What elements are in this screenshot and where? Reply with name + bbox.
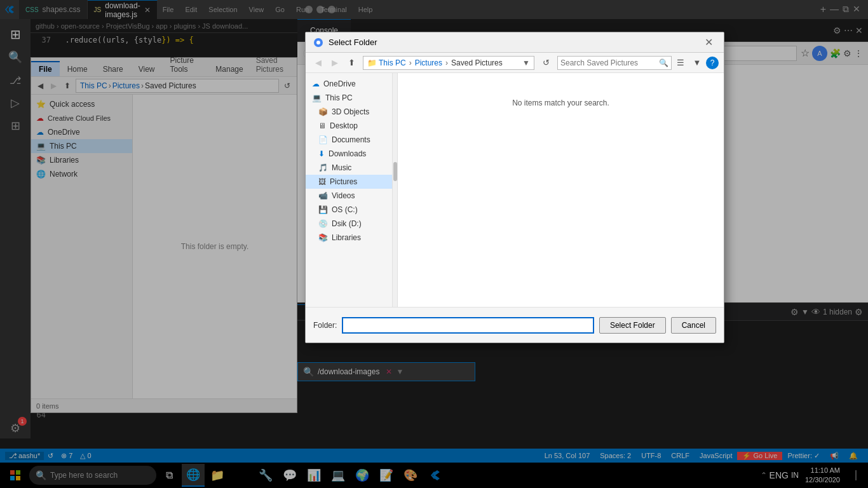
select-folder-dialog: Select Folder ✕ ◀ ▶ ⬆ 📁 This PC › Pictur…	[305, 32, 724, 343]
dialog-search-box: 🔍	[557, 56, 672, 70]
dialog-addr-sep1: ›	[409, 58, 412, 67]
dialog-address-bar[interactable]: 📁 This PC › Pictures › Saved Pictures ▼	[363, 56, 534, 70]
dialog-title-icon	[313, 37, 325, 48]
dialog-nav-pictures[interactable]: 🖼 Pictures	[306, 175, 397, 189]
dialog-refresh-btn[interactable]: ↺	[538, 55, 553, 71]
dialog-up-btn[interactable]: ⬆	[344, 55, 359, 71]
dialog-pc-icon: 💻	[312, 93, 322, 102]
dsik-d-icon: 💿	[318, 219, 328, 228]
dialog-addr-saved: Saved Pictures	[451, 58, 503, 67]
dialog-nav-onedrive[interactable]: ☁ OneDrive	[306, 77, 397, 91]
dialog-nav-downloads[interactable]: ⬇ Downloads	[306, 147, 397, 161]
folder-input[interactable]	[342, 317, 594, 334]
dialog-nav-os-c[interactable]: 💾 OS (C:)	[306, 203, 397, 217]
dialog-folder-icon: 📁	[367, 58, 377, 67]
dialog-addr-this-pc: This PC	[379, 58, 406, 67]
downloads-icon: ⬇	[318, 149, 325, 158]
dialog-nav-music[interactable]: 🎵 Music	[306, 161, 397, 175]
cancel-btn[interactable]: Cancel	[671, 317, 716, 334]
music-icon: 🎵	[318, 163, 328, 172]
dialog-nav-this-pc[interactable]: 💻 This PC	[306, 91, 397, 105]
dialog-back-btn[interactable]: ◀	[311, 55, 326, 71]
svg-point-3	[316, 41, 320, 44]
3d-icon: 📦	[318, 107, 328, 116]
dialog-footer: Folder: Select Folder Cancel	[306, 307, 724, 342]
os-c-icon: 💾	[318, 205, 328, 214]
dialog-nav-videos[interactable]: 📹 Videos	[306, 189, 397, 203]
select-folder-btn[interactable]: Select Folder	[599, 317, 666, 334]
dialog-titlebar: Select Folder ✕	[306, 32, 724, 53]
onedrive-nav-icon: ☁	[312, 79, 320, 88]
dialog-nav-3d[interactable]: 📦 3D Objects	[306, 105, 397, 119]
dialog-close-btn[interactable]: ✕	[701, 35, 716, 50]
dialog-search-icon: 🔍	[659, 58, 668, 67]
dialog-addr-sep2: ›	[445, 58, 448, 67]
dialog-toolbar: ◀ ▶ ⬆ 📁 This PC › Pictures › Saved Pictu…	[306, 53, 724, 73]
dialog-nav-libraries-item[interactable]: 📚 Libraries	[306, 231, 397, 245]
dialog-help-btn[interactable]: ?	[706, 57, 719, 69]
dialog-view-dropdown[interactable]: ▼	[689, 55, 705, 71]
videos-icon: 📹	[318, 191, 328, 200]
dialog-addr-pictures: Pictures	[415, 58, 442, 67]
desktop-icon: 🖥	[318, 121, 326, 130]
dialog-nav-dsik-d[interactable]: 💿 Dsik (D:)	[306, 217, 397, 231]
dialog-forward-btn[interactable]: ▶	[327, 55, 342, 71]
dialog-nav-documents[interactable]: 📄 Documents	[306, 133, 397, 147]
dialog-overlay: Select Folder ✕ ◀ ▶ ⬆ 📁 This PC › Pictur…	[0, 0, 868, 488]
dialog-main-content: No items match your search.	[398, 73, 724, 307]
nav-scrollbar[interactable]	[392, 73, 397, 307]
folder-label: Folder:	[313, 321, 337, 330]
dialog-libraries-icon: 📚	[318, 233, 328, 242]
scrollbar-thumb[interactable]	[393, 162, 397, 181]
dialog-search-input[interactable]	[560, 58, 656, 67]
dialog-body: ☁ OneDrive 💻 This PC 📦 3D Objects 🖥 Desk…	[306, 73, 724, 307]
dialog-view-btn[interactable]: ☰	[673, 55, 688, 71]
documents-icon: 📄	[318, 135, 328, 144]
dialog-addr-dropdown[interactable]: ▼	[522, 58, 530, 67]
dialog-nav-desktop[interactable]: 🖥 Desktop	[306, 119, 397, 133]
pictures-icon: 🖼	[318, 177, 326, 186]
dialog-nav-panel: ☁ OneDrive 💻 This PC 📦 3D Objects 🖥 Desk…	[306, 73, 398, 307]
